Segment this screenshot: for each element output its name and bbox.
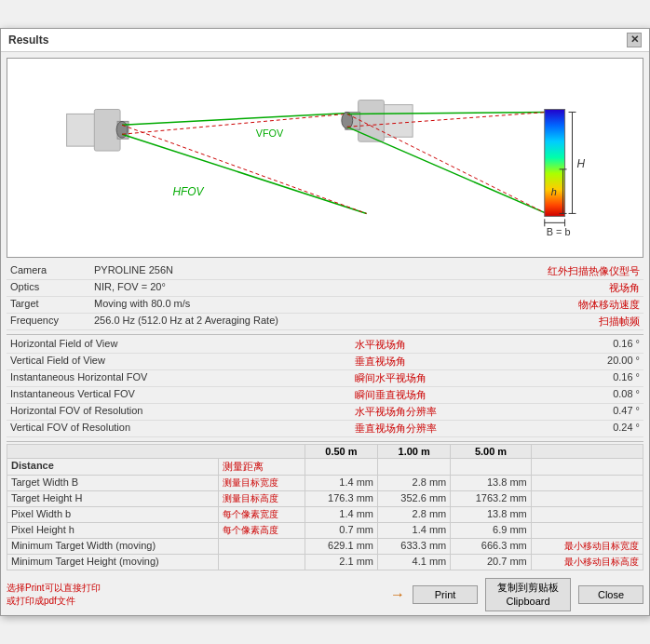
dist-cn-right	[531, 522, 643, 538]
dist-val-1	[305, 458, 377, 475]
dist-val-1: 2.1 mm	[305, 554, 377, 570]
hint-line2: 或打印成pdf文件	[7, 595, 383, 608]
close-icon[interactable]: ✕	[627, 33, 642, 47]
dist-val-2: 2.8 mm	[378, 506, 451, 522]
fov-value: 0.24 °	[506, 420, 643, 436]
dist-row-cn: 每个像素宽度	[218, 506, 305, 522]
close-button[interactable]: Close	[578, 585, 643, 604]
dist-val-3: 13.8 mm	[451, 475, 531, 490]
arrow-icon: →	[390, 586, 405, 603]
fov-value: 20.00 °	[506, 353, 643, 369]
info-row: Target Moving with 80.0 m/s 物体移动速度	[7, 296, 643, 313]
info-cn: 视场角	[454, 279, 643, 296]
results-window: Results ✕ HFOV VFOV	[0, 28, 650, 617]
info-value: 256.0 Hz (512.0 Hz at 2 Averaging Rate)	[90, 313, 454, 329]
dist-header-label	[7, 444, 305, 458]
fov-row: Vertical FOV of Resolution 垂直视场角分辨率 0.24…	[7, 420, 643, 436]
svg-text:B = b: B = b	[547, 226, 571, 237]
dist-row: Distance 测量距离	[7, 458, 643, 475]
svg-rect-11	[359, 100, 385, 141]
fov-row: Instantaneous Vertical FOV 瞬间垂直视场角 0.08 …	[7, 386, 643, 403]
fov-value: 0.08 °	[506, 386, 643, 403]
info-row: Camera PYROLINE 256N 红外扫描热像仪型号	[7, 263, 643, 280]
dist-row-cn: 测量目标高度	[218, 490, 305, 506]
info-table: Camera PYROLINE 256N 红外扫描热像仪型号 Optics NI…	[7, 263, 643, 330]
clipboard-line1: 复制到剪贴板	[497, 581, 559, 595]
dist-val-2: 4.1 mm	[378, 554, 451, 570]
dist-row-label: Target Width B	[7, 475, 219, 490]
window-title: Results	[8, 34, 48, 47]
dist-val-3: 666.3 mm	[451, 538, 531, 554]
dist-row-cn	[218, 538, 305, 554]
info-label: Optics	[7, 279, 90, 296]
svg-text:VFOV: VFOV	[256, 127, 284, 139]
dist-cn-right: 最小移动目标高度	[531, 554, 643, 570]
hint-text: 选择Print可以直接打印 或打印成pdf文件	[7, 582, 383, 608]
info-row: Frequency 256.0 Hz (512.0 Hz at 2 Averag…	[7, 313, 643, 329]
dist-val-1: 176.3 mm	[305, 490, 377, 506]
svg-line-6	[122, 125, 367, 213]
info-value: NIR, FOV = 20°	[90, 279, 454, 296]
dist-val-1: 1.4 mm	[305, 506, 377, 522]
dist-row-cn: 每个像素高度	[218, 522, 305, 538]
dist-val-3	[451, 458, 531, 475]
info-value: Moving with 80.0 m/s	[90, 296, 454, 313]
fov-table: Horizontal Field of View 水平视场角 0.16 ° Ve…	[7, 337, 643, 437]
info-row: Optics NIR, FOV = 20° 视场角	[7, 279, 643, 296]
fov-label: Horizontal FOV of Resolution	[7, 403, 351, 420]
dist-val-2	[378, 458, 451, 475]
fov-row: Horizontal Field of View 水平视场角 0.16 °	[7, 337, 643, 354]
svg-rect-18	[545, 109, 565, 216]
dist-val-1: 629.1 mm	[305, 538, 377, 554]
dist-row-label: Distance	[7, 458, 219, 475]
dist-val-2: 352.6 mm	[378, 490, 451, 506]
diagram-area: HFOV VFOV	[7, 58, 643, 258]
diagram-svg: HFOV VFOV	[7, 59, 643, 257]
fov-cn: 水平视场角	[351, 337, 506, 354]
fov-cn: 瞬间水平视场角	[351, 369, 506, 386]
dist-val-1: 1.4 mm	[305, 475, 377, 490]
dist-row-cn	[218, 554, 305, 570]
dist-cn-right	[531, 490, 643, 506]
fov-value: 0.47 °	[506, 403, 643, 420]
dist-header-d2: 1.00 m	[378, 444, 451, 458]
dist-row: Pixel Height h 每个像素高度 0.7 mm 1.4 mm 6.9 …	[7, 522, 643, 538]
title-bar: Results ✕	[1, 29, 649, 52]
svg-line-5	[122, 134, 367, 213]
dist-val-2: 633.3 mm	[378, 538, 451, 554]
dist-row-label: Minimum Target Width (moving)	[7, 538, 219, 554]
dist-val-2: 1.4 mm	[378, 522, 451, 538]
svg-text:HFOV: HFOV	[173, 184, 205, 197]
fov-cn: 水平视场角分辨率	[351, 403, 506, 420]
dist-row-label: Minimum Target Height (moving)	[7, 554, 219, 570]
info-value: PYROLINE 256N	[90, 263, 454, 280]
print-button[interactable]: Print	[413, 585, 478, 604]
dist-cn-right	[531, 475, 643, 490]
dist-row: Minimum Target Width (moving) 629.1 mm 6…	[7, 538, 643, 554]
dist-val-3: 6.9 mm	[451, 522, 531, 538]
fov-label: Instantaneous Horizontal FOV	[7, 369, 351, 386]
dist-row: Pixel Width b 每个像素宽度 1.4 mm 2.8 mm 13.8 …	[7, 506, 643, 522]
fov-label: Vertical Field of View	[7, 353, 351, 369]
clipboard-button[interactable]: 复制到剪贴板 Clipboard	[485, 578, 571, 612]
fov-label: Vertical FOV of Resolution	[7, 420, 351, 436]
dist-cn-right: 最小移动目标宽度	[531, 538, 643, 554]
info-label: Camera	[7, 263, 90, 280]
svg-line-16	[347, 114, 547, 213]
dist-row-cn: 测量距离	[218, 458, 305, 475]
dist-row: Target Width B 测量目标宽度 1.4 mm 2.8 mm 13.8…	[7, 475, 643, 490]
info-cn: 物体移动速度	[454, 296, 643, 313]
dist-table: 0.50 m 1.00 m 5.00 m Distance 测量距离 Targe…	[7, 444, 643, 570]
dist-row-label: Target Height H	[7, 490, 219, 506]
svg-text:H: H	[576, 157, 585, 170]
hint-line1: 选择Print可以直接打印	[7, 582, 383, 595]
svg-line-15	[347, 127, 547, 213]
clipboard-line2: Clipboard	[497, 595, 559, 609]
fov-cn: 垂直视场角分辨率	[351, 420, 506, 436]
fov-row: Vertical Field of View 垂直视场角 20.00 °	[7, 353, 643, 369]
dist-val-2: 2.8 mm	[378, 475, 451, 490]
fov-value: 0.16 °	[506, 369, 643, 386]
fov-label: Horizontal Field of View	[7, 337, 351, 354]
fov-cn: 垂直视场角	[351, 353, 506, 369]
fov-label: Instantaneous Vertical FOV	[7, 386, 351, 403]
